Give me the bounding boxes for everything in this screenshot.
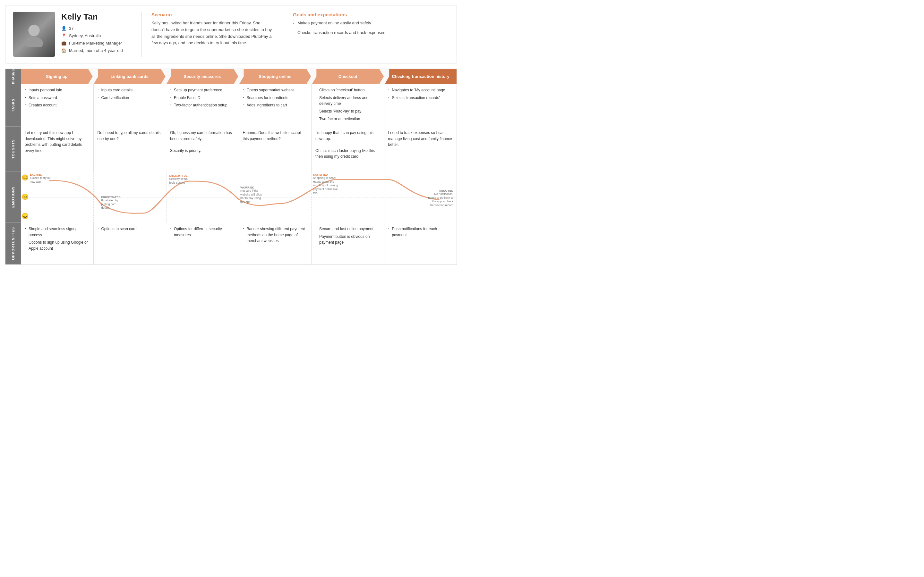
task-item: Clicks on 'checkout' button	[315, 87, 380, 93]
emotions-content: 😊 😐 😞 EXCITED Excited to try out new app…	[21, 171, 457, 223]
opportunities-cells: Simple and seamless signup process Optio…	[21, 223, 457, 264]
goals-list: Makes payment online easily and safely C…	[293, 20, 449, 35]
emotion-frustrated: FRUSTRATED Frustrated by putting card de…	[101, 195, 124, 210]
task-item: Selects 'transaction records'	[388, 95, 453, 101]
emotions-row: Emotions 😊 😐 😞 EXCITED Excited to try	[5, 171, 457, 223]
task-item: Opens supermarket website	[243, 87, 308, 93]
goal-item: Checks transaction records and track exp…	[293, 29, 449, 36]
opp-cell-0: Simple and seamless signup process Optio…	[21, 223, 94, 264]
emotions-label: Emotions	[5, 171, 21, 223]
task-item: Sets up payment preference	[170, 87, 235, 93]
thoughts-cell-2: Oh, I guess my card information has been…	[166, 127, 239, 171]
tasks-row: Tasks Inputs personal info Sets a passwo…	[5, 84, 457, 127]
satisfied-desc: Shopping is done! Happy about the simpli…	[313, 176, 342, 195]
thoughts-cell-4: I'm happy that I can pay using this new …	[312, 127, 384, 171]
persona-status: Married; mom of a 4-year-old	[69, 48, 123, 53]
smiley-neutral-icon: 😐	[21, 193, 29, 200]
frustrated-desc: Frustrated by putting card details	[101, 199, 124, 210]
excited-label: EXCITED	[30, 173, 52, 176]
task-item: Inputs card details	[97, 87, 162, 93]
opp-cell-4: Secure and fast online payment Payment b…	[312, 223, 384, 264]
phase-shopping: Shopping online	[239, 69, 311, 84]
delightful-desc: Security setup; feels secure	[170, 177, 194, 185]
opp-item: Options for different security measures	[170, 226, 235, 238]
persona-age-row: 👤 37	[61, 26, 132, 31]
thoughts-cell-3: Hmmm...Does this website accept this pay…	[239, 127, 312, 171]
opp-cell-5: Push notifications for each payment	[384, 223, 457, 264]
opportunities-label: Opportunities	[5, 223, 21, 264]
thoughts-row: Toughts Let me try out this new app I do…	[5, 127, 457, 171]
phase-checkout: Checkout	[312, 69, 384, 84]
task-item: Inputs personal info	[25, 87, 89, 93]
persona-location-row: 📍 Sydney, Australia	[61, 33, 132, 38]
persona-location: Sydney, Australia	[69, 33, 101, 38]
tasks-cell-5: Navigates to 'My account' page Selects '…	[384, 84, 457, 127]
emotion-satisfied: SATISFIED Shopping is done! Happy about …	[313, 173, 342, 195]
person-icon: 👤	[61, 26, 66, 31]
goals-section: Goals and expectations Makes payment onl…	[293, 12, 449, 39]
location-icon: 📍	[61, 33, 66, 38]
persona-avatar-icon	[21, 21, 47, 47]
persona-section: Kelly Tan 👤 37 📍 Sydney, Australia 💼 Ful…	[5, 5, 457, 63]
worried-label: WORRIED	[240, 186, 266, 189]
opp-item: Banner showing different payment methods…	[243, 226, 308, 244]
excited-desc: Excited to try out new app	[30, 176, 52, 184]
task-item: Adds ingredients to cart	[243, 102, 308, 108]
task-item: Selects delivery address and delivery ti…	[315, 95, 380, 107]
persona-name: Kelly Tan	[61, 12, 132, 22]
goal-item: Makes payment online easily and safely	[293, 20, 449, 26]
task-item: Creates account	[25, 102, 89, 108]
task-item: Card verification	[97, 95, 162, 101]
opp-item: Payment button is obvious on payment pag…	[315, 234, 380, 245]
task-item: Two-factor authentication setup	[170, 102, 235, 108]
scenario-section: Scenario Kelly has invited her friends o…	[152, 12, 273, 47]
annoyed-desc: No notification; needs to go back to the…	[428, 192, 453, 207]
tasks-cell-3: Opens supermarket website Searches for i…	[239, 84, 312, 127]
goals-label: Goals and expectations	[293, 12, 449, 17]
journey-map: Phases Signing up Linking bank cards Sec…	[5, 69, 457, 265]
smiley-sad-icon: 😞	[21, 213, 29, 219]
phase-linking-bank: Linking bank cards	[94, 69, 166, 84]
persona-job-row: 💼 Full-time Marketing Manager	[61, 40, 132, 45]
persona-photo	[13, 12, 55, 57]
task-item: Navigates to 'My account' page	[388, 87, 453, 93]
persona-info: Kelly Tan 👤 37 📍 Sydney, Australia 💼 Ful…	[61, 12, 132, 55]
opp-item: Secure and fast online payment	[315, 226, 380, 232]
opp-item: Options to scan card	[97, 226, 162, 232]
scenario-label: Scenario	[152, 12, 273, 17]
task-item: Sets a password	[25, 95, 89, 101]
emotion-delightful: DELIGHTFUL Security setup; feels secure	[170, 174, 194, 185]
task-item: Selects 'PlutoPay' to pay	[315, 108, 380, 114]
opportunities-row: Opportunities Simple and seamless signup…	[5, 223, 457, 264]
opp-item: Push notifications for each payment	[388, 226, 453, 238]
phases-cells: Signing up Linking bank cards Security m…	[21, 69, 457, 84]
task-item: Two-factor authetication	[315, 116, 380, 122]
satisfied-label: SATISFIED	[313, 173, 342, 176]
phase-security: Security measures	[166, 69, 238, 84]
emotion-worried: WORRIED Not sure if the website will all…	[240, 186, 266, 204]
briefcase-icon: 💼	[61, 40, 66, 45]
tasks-cell-1: Inputs card details Card verification	[94, 84, 166, 127]
task-item: Searches for ingredients	[243, 95, 308, 101]
thoughts-cells: Let me try out this new app I downloaded…	[21, 127, 457, 171]
smiley-happy-icon: 😊	[21, 174, 29, 181]
phases-label: Phases	[5, 69, 21, 84]
opp-item: Options to sign up using Google or Apple…	[25, 239, 89, 251]
opp-cell-2: Options for different security measures	[166, 223, 239, 264]
thoughts-label: Toughts	[5, 127, 21, 171]
tasks-cell-0: Inputs personal info Sets a password Cre…	[21, 84, 94, 127]
phase-signing-up: Signing up	[21, 69, 93, 84]
svg-point-0	[28, 25, 39, 36]
thoughts-cell-1: Do I need to type all my cards details o…	[94, 127, 166, 171]
emotion-annoyed: ANNOYED No notification; needs to go bac…	[428, 189, 453, 207]
svg-point-1	[25, 37, 43, 47]
annoyed-label: ANNOYED	[428, 189, 453, 192]
tasks-label: Tasks	[5, 84, 21, 127]
emotion-excited: EXCITED Excited to try out new app	[30, 173, 52, 184]
scenario-text: Kelly has invited her friends over for d…	[152, 20, 273, 47]
opp-cell-1: Options to scan card	[94, 223, 166, 264]
tasks-cells: Inputs personal info Sets a password Cre…	[21, 84, 457, 127]
tasks-cell-2: Sets up payment preference Enable Face I…	[166, 84, 239, 127]
thoughts-cell-5: I need to track expenses so I can manage…	[384, 127, 457, 171]
tasks-cell-4: Clicks on 'checkout' button Selects deli…	[312, 84, 384, 127]
